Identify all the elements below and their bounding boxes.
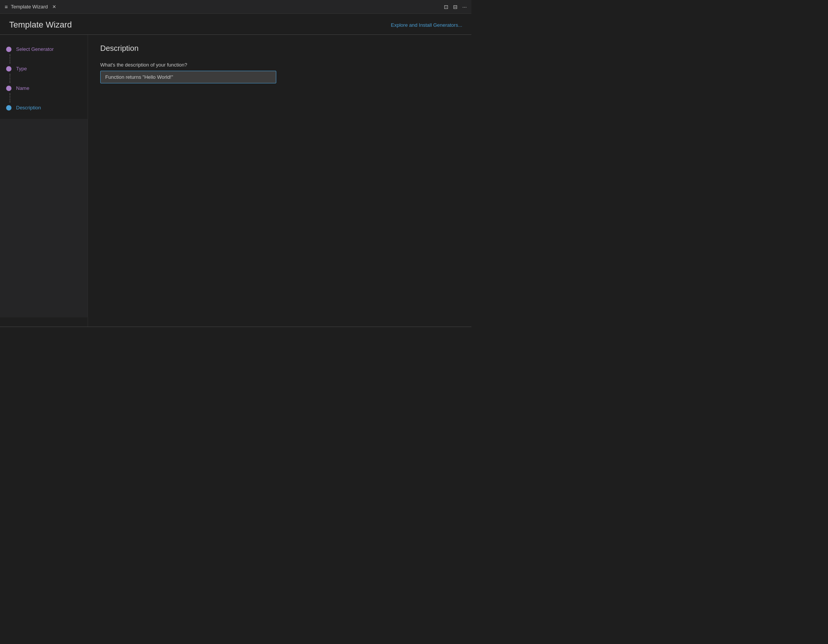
more-icon[interactable]: ··· [462, 4, 467, 10]
terminal-icon[interactable]: ⊡ [444, 4, 448, 10]
step-dot-type [6, 66, 11, 72]
main-layout: Select Generator Type Name [0, 35, 471, 327]
field-label: What's the description of your function? [100, 62, 459, 68]
connector-dotted-2 [10, 74, 10, 83]
title-bar-right: ⊡ ⊟ ··· [444, 4, 467, 10]
page-title: Template Wizard [9, 20, 72, 30]
description-input[interactable] [100, 71, 276, 83]
sidebar: Select Generator Type Name [0, 35, 88, 327]
menu-icon[interactable]: ≡ [5, 4, 8, 10]
connector-dotted-3 [10, 93, 10, 102]
explore-generators-link[interactable]: Explore and Install Generators... [391, 22, 462, 28]
step-row-select-generator: Select Generator [6, 44, 81, 54]
step-row-description: Description [6, 102, 81, 113]
title-bar: ≡ Template Wizard × ⊡ ⊟ ··· [0, 0, 471, 14]
split-icon[interactable]: ⊟ [453, 4, 458, 10]
sidebar-item-select-generator[interactable]: Select Generator [16, 46, 54, 52]
step-dot-name [6, 86, 11, 91]
title-bar-left: ≡ Template Wizard × [5, 3, 57, 10]
connector-2 [6, 74, 81, 83]
connector-1 [6, 54, 81, 63]
sidebar-item-name[interactable]: Name [16, 85, 29, 91]
connector-dotted-1 [10, 54, 10, 63]
step-dot-description [6, 105, 11, 111]
header: Template Wizard Explore and Install Gene… [0, 14, 471, 35]
content-area: Description What's the description of yo… [88, 35, 471, 327]
title-bar-title: Template Wizard [11, 4, 48, 10]
sidebar-item-description[interactable]: Description [16, 105, 41, 111]
sidebar-lower-panel [0, 119, 88, 317]
connector-3 [6, 93, 81, 102]
connector-col-3 [7, 93, 13, 102]
footer: ‹ Back Next › [0, 327, 471, 327]
step-row-name: Name [6, 83, 81, 93]
connector-col-2 [7, 74, 13, 83]
step-row-type: Type [6, 63, 81, 74]
close-icon[interactable]: × [51, 3, 57, 10]
sidebar-item-type[interactable]: Type [16, 66, 27, 72]
step-dot-select-generator [6, 47, 11, 52]
connector-col-1 [7, 54, 13, 63]
content-title: Description [100, 44, 459, 53]
